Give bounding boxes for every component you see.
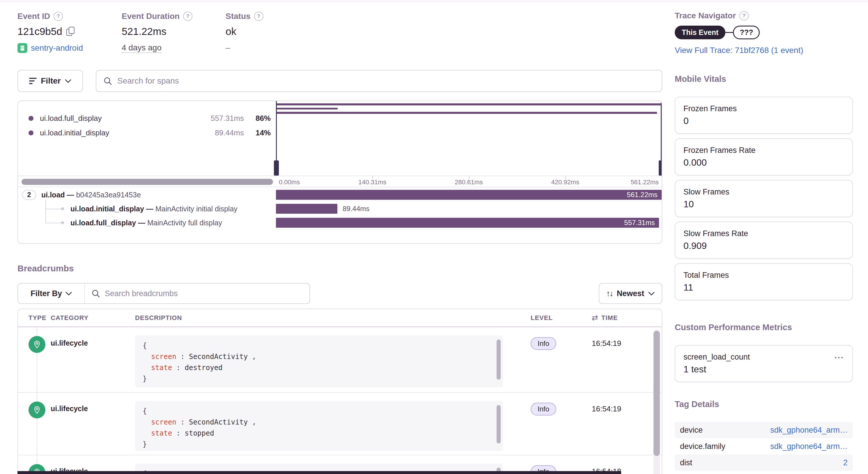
span-row-child[interactable]: ui.load.initial_display — MainActivity i… [18,202,662,216]
sibling-event-pill[interactable]: ??? [733,26,760,39]
breadcrumb-category: ui.lifecycle [51,393,135,455]
breadcrumb-row[interactable]: ui.lifecycle { screen : SecondActivity ,… [18,327,662,393]
tag-details-section: Tag Details device sdk_gphone64_arm… dev… [675,399,853,474]
status-group: Status ? ok – [225,12,264,52]
breadcrumbs-table-header: TYPE CATEGORY DESCRIPTION LEVEL ⇄ TIME [18,309,662,327]
spans-filter-label: Filter [41,76,61,86]
column-header-category: CATEGORY [51,314,135,322]
minimap-left-handle[interactable] [276,101,277,176]
help-icon[interactable]: ? [254,12,264,21]
minimap-right-handle[interactable] [661,101,662,176]
legend-item: ui.load.initial_display 89.44ms 14% [18,125,276,140]
horizontal-scrollbar[interactable] [22,179,273,185]
span-bar[interactable]: 561.22ms [276,190,662,200]
tag-value-link[interactable]: sdk_gphone64_arm… [770,426,848,435]
span-row-child[interactable]: ui.load.full_display — MainActivity full… [18,216,662,230]
sort-arrows-icon: ↑↓ [606,289,613,298]
code-scrollbar[interactable] [497,339,501,380]
vital-value: 0 [683,116,844,126]
column-header-type: TYPE [18,314,51,322]
breadcrumbs-filter-by-button[interactable]: Filter By [18,284,85,303]
span-duration: 89.44ms [337,204,369,214]
span-bar[interactable] [276,204,337,214]
legend-percent: 86% [244,114,271,123]
mobile-vitals-title: Mobile Vitals [675,74,853,84]
span-row-root[interactable]: 2 ui.load — b04245a3ea91453e 561.22ms [18,188,662,202]
minimap-span-line [276,103,662,106]
axis-tick: 561.22ms [630,178,659,186]
help-icon[interactable]: ? [739,11,749,20]
breadcrumbs-sort-button[interactable]: ↑↓ Newest [599,283,662,304]
code-scrollbar[interactable] [497,405,501,443]
sort-label: Newest [617,289,645,298]
pin-icon [29,336,45,353]
column-header-time[interactable]: ⇄ TIME [592,313,662,322]
minimap-span-line [276,112,657,114]
tag-row: device sdk_gphone64_arm… [675,422,853,438]
vital-card: Slow Frames 10 [675,180,853,217]
project-link[interactable]: sentry-android [31,43,83,53]
spans-legend: ui.load.full_display 557.31ms 86% ui.loa… [18,101,276,176]
event-duration-label: Event Duration [122,12,180,21]
level-badge: Info [531,403,556,415]
vital-card: Frozen Frames Rate 0.000 [675,138,853,176]
top-strip [0,0,868,2]
breadcrumb-code-block[interactable]: { screen : SecondActivity , state : dest… [135,335,503,387]
help-icon[interactable]: ? [54,12,63,21]
vital-label: Slow Frames Rate [683,229,844,238]
ellipsis-menu-icon[interactable]: ⋯ [834,351,845,363]
chevron-down-icon [65,79,71,83]
vital-value: 10 [683,199,844,210]
breadcrumbs-search-input[interactable] [105,289,303,298]
tag-value-link[interactable]: sdk_gphone64_arm… [770,442,848,451]
this-event-pill[interactable]: This Event [675,26,725,39]
help-icon[interactable]: ? [183,12,192,21]
tag-key: device [680,426,703,435]
tag-details-title: Tag Details [675,399,853,409]
span-bar[interactable]: 557.31ms [276,218,659,228]
span-duration: 561.22ms [627,191,662,199]
legend-name: ui.load.initial_display [40,128,194,138]
spans-filter-button[interactable]: Filter [18,70,83,92]
copy-icon[interactable] [66,27,75,36]
axis-tick: 420.92ms [551,178,579,186]
legend-item: ui.load.full_display 557.31ms 86% [18,111,276,125]
breadcrumbs-search[interactable] [85,284,309,303]
filter-icon [29,78,37,84]
spans-toolbar: Filter [18,70,662,92]
filter-by-label: Filter By [31,289,62,298]
axis-tick: 140.31ms [358,178,386,186]
chevron-down-icon [65,292,72,296]
event-details-page: Event ID ? 121c9b5d sentry-android Event… [0,0,868,474]
spans-search-input[interactable] [117,76,655,86]
tag-value-link[interactable]: 2 [843,458,848,467]
status-sub: – [225,43,230,52]
trace-connector [725,32,733,33]
search-icon [91,289,100,298]
chevron-down-icon [648,292,655,296]
breadcrumbs-title: Breadcrumbs [18,264,74,273]
spans-search[interactable] [96,70,662,92]
event-id-label: Event ID [18,12,50,21]
pin-icon [29,402,45,418]
breadcrumb-code-block[interactable]: { screen : SecondActivity , state : stop… [135,401,503,451]
metric-card: screen_load_count 1 test ⋯ [675,345,853,382]
time-axis-row: 0.00ms 140.31ms 280.61ms 420.92ms 561.22… [18,176,662,187]
legend-duration: 89.44ms [194,128,244,138]
span-count-badge[interactable]: 2 [22,190,36,200]
breadcrumb-row[interactable]: ui.lifecycle { screen : SecondActivity ,… [18,393,662,455]
vital-card: Total Frames 11 [675,263,853,300]
status-value: ok [225,26,236,37]
event-duration-group: Event Duration ? 521.22ms 4 days ago [122,12,192,53]
span-duration: 557.31ms [624,219,659,227]
event-id-value: 121c9b5d [18,26,62,37]
legend-scroll-area [18,176,276,187]
minimap-span-line [276,108,338,110]
span-color-dot [29,116,33,121]
view-full-trace-link[interactable]: View Full Trace: 71bf2768 (1 event) [675,46,803,55]
project-avatar-android-icon [18,43,27,53]
time-axis: 0.00ms 140.31ms 280.61ms 420.92ms 561.22… [276,176,662,187]
minimap-chart[interactable] [276,101,662,176]
event-time-ago[interactable]: 4 days ago [122,43,161,53]
table-scrollbar[interactable] [653,331,660,456]
